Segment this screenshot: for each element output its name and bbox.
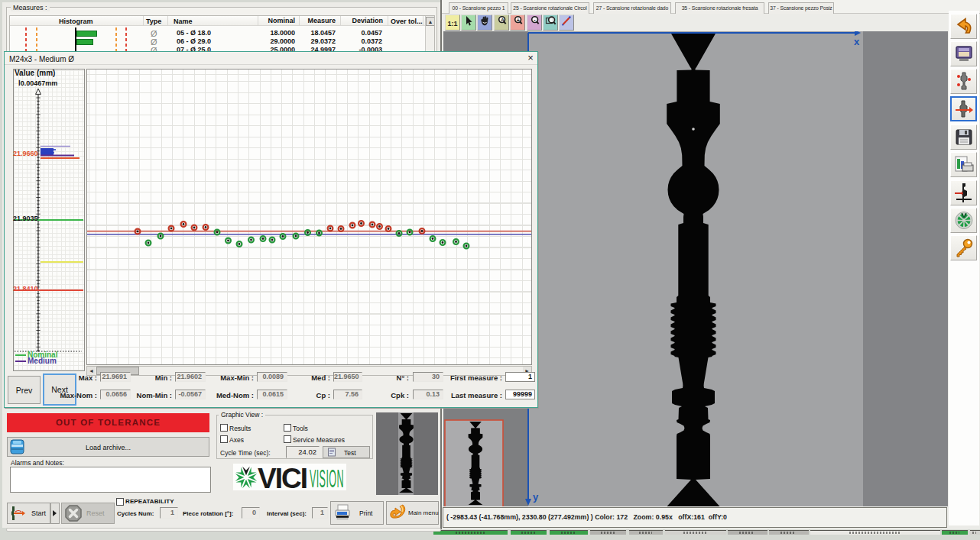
svg-text:x: x [854,36,860,47]
svg-text:A: A [501,18,505,22]
svg-text:VISION: VISION [310,464,344,492]
svg-text:+: + [516,18,519,23]
svg-text:y: y [533,491,539,503]
svg-text:VICI: VICI [258,463,307,492]
